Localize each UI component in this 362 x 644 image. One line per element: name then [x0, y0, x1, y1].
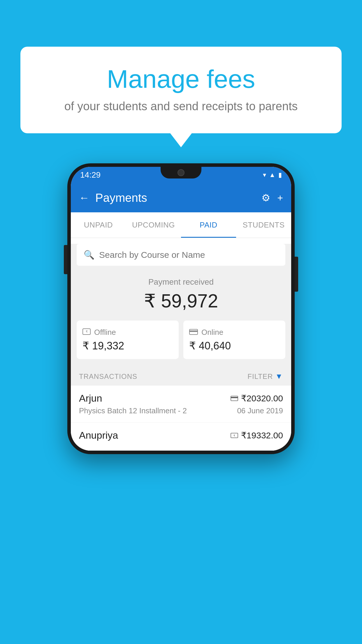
offline-icon: ₹	[82, 328, 91, 337]
signal-icon: ▲	[269, 171, 275, 179]
tabs-bar: UNPAID UPCOMING PAID STUDENTS	[71, 212, 291, 238]
speech-bubble: Manage fees of your students and send re…	[20, 47, 342, 133]
tab-upcoming[interactable]: UPCOMING	[126, 212, 181, 238]
table-row: Anupriya ₹ ₹19332.00	[71, 423, 291, 451]
payment-cards: ₹ Offline ₹ 19,332	[71, 321, 291, 367]
table-row: Arjun ₹20320.00 Physics Batch 12 Install…	[71, 386, 291, 423]
svg-text:₹: ₹	[233, 434, 235, 437]
filter-icon: ▼	[275, 372, 283, 381]
course-info: Physics Batch 12 Installment - 2	[79, 406, 187, 415]
add-icon[interactable]: +	[277, 192, 283, 204]
filter-button[interactable]: FILTER ▼	[247, 372, 283, 381]
student-name: Anupriya	[79, 430, 118, 441]
payment-received-label: Payment received	[77, 277, 285, 287]
total-amount: ₹ 59,972	[77, 290, 285, 312]
battery-icon: ▮	[278, 171, 282, 179]
offline-label: Offline	[94, 328, 116, 337]
camera	[178, 169, 184, 176]
offline-card: ₹ Offline ₹ 19,332	[77, 321, 179, 359]
phone-notch	[161, 167, 201, 178]
wifi-icon: ▾	[263, 171, 266, 179]
offline-amount: ₹ 19,332	[82, 340, 173, 352]
transactions-header: TRANSACTIONS FILTER ▼	[71, 367, 291, 386]
page-title: Payments	[95, 191, 256, 204]
svg-rect-3	[189, 330, 198, 332]
app-bar: ← Payments ⚙ +	[71, 183, 291, 212]
tab-paid[interactable]: PAID	[181, 212, 236, 238]
online-icon	[189, 328, 198, 337]
transaction-amount: ₹ ₹19332.00	[231, 430, 283, 440]
student-name: Arjun	[79, 393, 102, 404]
content-area: 🔍 Payment received ₹ 59,972	[71, 244, 291, 451]
speech-bubble-heading: Manage fees	[35, 64, 327, 94]
status-time: 14:29	[80, 170, 101, 180]
transaction-amount: ₹20320.00	[231, 393, 283, 403]
date-info: 06 June 2019	[237, 406, 283, 415]
svg-text:₹: ₹	[86, 330, 88, 333]
tab-unpaid[interactable]: UNPAID	[71, 212, 126, 238]
filter-label: FILTER	[247, 372, 273, 381]
speech-bubble-subtext: of your students and send receipts to pa…	[35, 100, 327, 113]
app-bar-actions: ⚙ +	[261, 192, 283, 204]
search-bar[interactable]: 🔍	[77, 244, 285, 266]
online-card: Online ₹ 40,640	[183, 321, 285, 359]
search-icon: 🔍	[84, 250, 94, 260]
online-amount: ₹ 40,640	[189, 340, 280, 352]
phone-frame: 14:29 ▾ ▲ ▮ ← Payments ⚙ + UNPAID	[67, 163, 295, 454]
svg-rect-5	[231, 397, 238, 398]
settings-icon[interactable]: ⚙	[261, 192, 270, 204]
back-button[interactable]: ←	[79, 192, 89, 204]
status-icons: ▾ ▲ ▮	[263, 171, 282, 179]
online-label: Online	[201, 328, 223, 337]
svg-rect-4	[231, 396, 238, 401]
search-input[interactable]	[99, 250, 278, 260]
tab-students[interactable]: STUDENTS	[236, 212, 291, 238]
payment-summary: Payment received ₹ 59,972	[71, 266, 291, 321]
transactions-label: TRANSACTIONS	[79, 372, 137, 381]
